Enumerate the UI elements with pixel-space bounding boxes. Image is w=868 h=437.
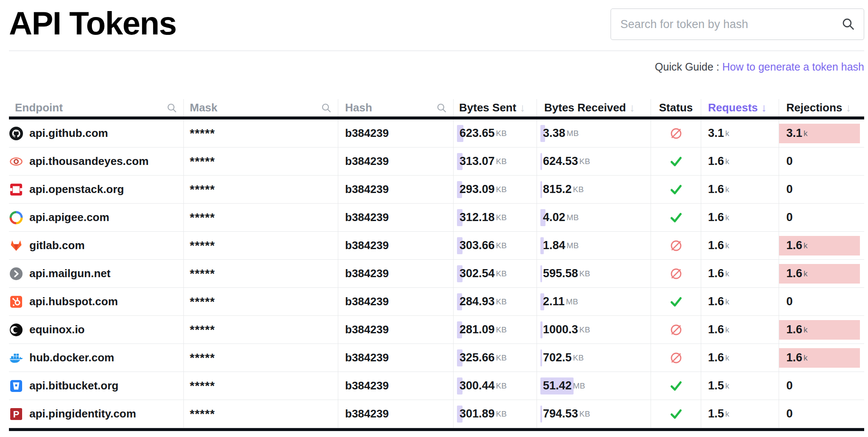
rejections-cell: 0 — [779, 372, 864, 400]
status-cell — [651, 316, 701, 343]
sort-desc-icon[interactable]: ↓ — [846, 101, 851, 114]
rejections-value: 1.6 — [786, 323, 802, 336]
endpoint-cell: api.hubspot.com — [9, 288, 184, 315]
bytes-received-cell: 815.2KB — [537, 176, 651, 203]
status-rejected-icon — [670, 323, 682, 336]
bytes-sent-value: 284.93 — [460, 295, 495, 308]
hash-value: b384239 — [345, 295, 389, 308]
rejections-unit: k — [804, 325, 808, 335]
gitlab-icon — [9, 238, 23, 253]
endpoint-cell: Papi.pingidentity.com — [9, 400, 184, 428]
bytes-received-unit: MB — [567, 241, 579, 250]
status-rejected-icon — [670, 127, 682, 140]
bytes-received-unit: KB — [580, 269, 590, 278]
bytes-sent-unit: KB — [496, 409, 507, 419]
column-header-rejections[interactable]: Rejections ↓ — [779, 99, 864, 116]
bytes-sent-cell: 302.54KB — [454, 260, 537, 287]
hash-value: b384239 — [345, 407, 389, 420]
sort-desc-icon[interactable]: ↓ — [761, 101, 767, 114]
bytes-sent-value: 302.54 — [460, 267, 495, 280]
endpoint-label: api.openstack.org — [29, 183, 124, 196]
endpoint-cell: api.openstack.org — [9, 176, 184, 203]
bytes-received-value: 624.53 — [543, 155, 578, 168]
thousandeyes-icon — [9, 154, 23, 169]
search-input[interactable] — [611, 9, 864, 40]
requests-unit: k — [725, 269, 730, 278]
bytes-received-unit: KB — [580, 325, 590, 335]
status-cell — [651, 372, 701, 400]
search-icon[interactable] — [841, 17, 856, 31]
quick-guide-link[interactable]: How to generate a token hash — [722, 61, 864, 73]
column-header-endpoint[interactable]: Endpoint — [9, 99, 184, 116]
mask-value: ***** — [190, 211, 215, 224]
endpoint-cell: equinox.io — [9, 316, 184, 343]
mask-cell: ***** — [184, 176, 338, 203]
rejections-unit: k — [804, 269, 808, 278]
mask-value: ***** — [190, 155, 215, 168]
github-icon — [9, 126, 23, 141]
rejections-value: 1.6 — [786, 239, 802, 252]
endpoint-label: api.apigee.com — [29, 211, 109, 224]
openstack-icon — [9, 182, 23, 197]
rejections-cell: 1.6k — [779, 344, 864, 372]
equinox-icon — [9, 323, 23, 337]
column-search-icon[interactable] — [166, 102, 177, 114]
column-header-mask[interactable]: Mask — [184, 99, 338, 116]
hash-value: b384239 — [345, 379, 389, 392]
bytes-received-cell: 1.84MB — [537, 232, 651, 259]
mask-cell: ***** — [184, 260, 338, 287]
requests-cell: 1.6k — [701, 316, 779, 343]
requests-unit: k — [725, 213, 730, 222]
hash-value: b384239 — [345, 239, 389, 252]
mask-value: ***** — [190, 351, 215, 365]
requests-unit: k — [725, 409, 730, 419]
bytes-sent-value: 623.65 — [460, 127, 495, 140]
page: API Tokens Quick Guide : How to generate… — [0, 0, 868, 431]
column-search-icon[interactable] — [436, 102, 447, 114]
rejections-unit: k — [804, 353, 808, 363]
rejections-cell: 0 — [779, 176, 864, 203]
bytes-sent-cell: 300.44KB — [454, 372, 537, 400]
requests-value: 1.5 — [708, 407, 724, 420]
status-ok-check-icon — [670, 211, 682, 224]
endpoint-cell: api.bitbucket.org — [9, 372, 184, 400]
api-tokens-table: Endpoint Mask Hash Bytes Sent ↓ — [9, 99, 864, 431]
table-row: api.hubspot.com*****b384239284.93KB2.11M… — [9, 288, 864, 316]
requests-cell: 1.6k — [701, 204, 779, 231]
token-search — [611, 9, 864, 40]
table-body: api.github.com*****b384239623.65KB3.38MB… — [9, 119, 864, 431]
column-header-status[interactable]: Status — [651, 99, 701, 116]
bytes-sent-cell: 325.66KB — [454, 344, 537, 372]
hash-cell: b384239 — [338, 372, 454, 400]
column-header-requests[interactable]: Requests ↓ — [701, 99, 779, 116]
status-ok-check-icon — [670, 295, 682, 308]
endpoint-label: api.github.com — [29, 127, 108, 140]
sort-desc-icon[interactable]: ↓ — [520, 101, 525, 114]
column-search-icon[interactable] — [321, 102, 332, 114]
top-bar: API Tokens — [9, 0, 864, 41]
bytes-sent-value: 303.66 — [460, 239, 495, 252]
bytes-received-cell: 2.11MB — [537, 288, 651, 315]
bytes-received-value: 4.02 — [543, 211, 565, 224]
bytes-received-unit: MB — [566, 297, 578, 306]
column-header-hash[interactable]: Hash — [338, 99, 454, 116]
column-header-bytes-received[interactable]: Bytes Received ↓ — [537, 99, 651, 116]
endpoint-label: hub.docker.com — [29, 351, 114, 364]
mask-value: ***** — [190, 267, 215, 281]
bytes-received-unit: MB — [573, 381, 585, 391]
requests-value: 1.6 — [708, 239, 724, 252]
mask-cell: ***** — [184, 372, 338, 400]
bytes-sent-cell: 313.07KB — [454, 148, 537, 175]
requests-unit: k — [725, 241, 730, 250]
endpoint-label: gitlab.com — [29, 239, 85, 252]
table-header: Endpoint Mask Hash Bytes Sent ↓ — [9, 99, 864, 119]
table-row: api.thousandeyes.com*****b384239313.07KB… — [9, 148, 864, 176]
bytes-sent-cell: 623.65KB — [454, 119, 537, 147]
mask-cell: ***** — [184, 148, 338, 175]
requests-cell: 1.6k — [701, 148, 779, 175]
hash-value: b384239 — [345, 323, 389, 336]
rejections-cell: 1.6k — [779, 316, 864, 343]
quick-guide: Quick Guide : How to generate a token ha… — [9, 61, 864, 74]
column-header-bytes-sent[interactable]: Bytes Sent ↓ — [454, 99, 537, 116]
sort-desc-icon[interactable]: ↓ — [629, 101, 635, 114]
